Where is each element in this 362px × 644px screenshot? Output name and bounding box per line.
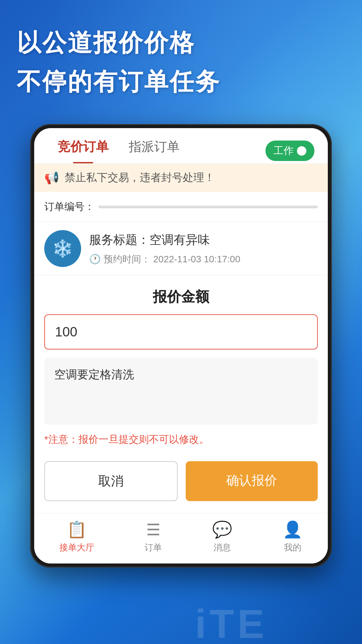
price-input[interactable]: 100 (55, 324, 307, 339)
tab-bar: 竞价订单 指派订单 工作 (34, 128, 328, 164)
profile-icon: 👤 (283, 520, 303, 539)
modal-section: 报价金额 100 空调要定格清洗 *注意：报价一旦提交则不可以修改。 取消 确认… (34, 275, 328, 513)
confirm-button[interactable]: 确认报价 (186, 461, 318, 501)
message-icon: 💬 (212, 520, 232, 539)
notice-icon: 📢 (44, 171, 59, 185)
ac-icon: ❄️ (52, 239, 73, 258)
header-section: 以公道报价价格 不停的有订单任务 (17, 27, 221, 98)
clock-icon: 🕐 (89, 254, 101, 265)
service-icon-circle: ❄️ (44, 230, 81, 267)
remark-text: 空调要定格清洗 (54, 368, 134, 381)
service-card: ❄️ 服务标题：空调有异味 🕐 预约时间： 2022-11-03 10:17:0… (34, 222, 328, 275)
hall-icon: 📋 (67, 520, 87, 539)
time-label: 预约时间： (104, 253, 150, 266)
modal-title: 报价金额 (34, 275, 328, 314)
bottom-nav: 📋 接单大厅 ☰ 订单 💬 消息 👤 我的 (34, 513, 328, 564)
order-label: 订单编号： (44, 200, 95, 214)
service-title: 服务标题：空调有异味 (89, 232, 318, 248)
button-row: 取消 确认报价 (34, 454, 328, 513)
order-number-row: 订单编号： (34, 192, 328, 222)
order-number-bar (99, 206, 318, 208)
header-line1: 以公道报价价格 (17, 27, 221, 59)
time-value: 2022-11-03 10:17:00 (153, 254, 240, 265)
nav-item-order[interactable]: ☰ 订单 (144, 520, 162, 553)
tab-bid-order[interactable]: 竞价订单 (48, 138, 119, 163)
phone-frame: 竞价订单 指派订单 工作 📢 禁止私下交易，违者封号处理！ 订单编号： (30, 124, 332, 568)
nav-item-hall[interactable]: 📋 接单大厅 (59, 520, 94, 553)
message-label: 消息 (214, 542, 231, 553)
warning-text: *注意：报价一旦提交则不可以修改。 (34, 425, 328, 454)
toggle-dot (297, 146, 306, 156)
nav-item-message[interactable]: 💬 消息 (212, 520, 232, 553)
cancel-button[interactable]: 取消 (44, 461, 178, 501)
notice-text: 禁止私下交易，违者封号处理！ (65, 170, 215, 185)
phone-wrapper: 竞价订单 指派订单 工作 📢 禁止私下交易，违者封号处理！ 订单编号： (30, 124, 332, 644)
work-toggle[interactable]: 工作 (265, 141, 314, 161)
nav-item-profile[interactable]: 👤 我的 (283, 520, 303, 553)
price-input-wrapper[interactable]: 100 (44, 314, 318, 350)
phone-inner: 竞价订单 指派订单 工作 📢 禁止私下交易，违者封号处理！ 订单编号： (34, 128, 328, 564)
hall-label: 接单大厅 (59, 542, 94, 553)
order-label: 订单 (144, 542, 162, 553)
profile-label: 我的 (284, 542, 301, 553)
service-info: 服务标题：空调有异味 🕐 预约时间： 2022-11-03 10:17:00 (89, 232, 318, 266)
header-line2: 不停的有订单任务 (17, 66, 221, 98)
order-icon: ☰ (146, 520, 161, 539)
tab-assigned-order[interactable]: 指派订单 (119, 138, 190, 163)
service-time: 🕐 预约时间： 2022-11-03 10:17:00 (89, 253, 318, 266)
remark-area[interactable]: 空调要定格清洗 (44, 358, 318, 425)
notice-bar: 📢 禁止私下交易，违者封号处理！ (34, 164, 328, 192)
